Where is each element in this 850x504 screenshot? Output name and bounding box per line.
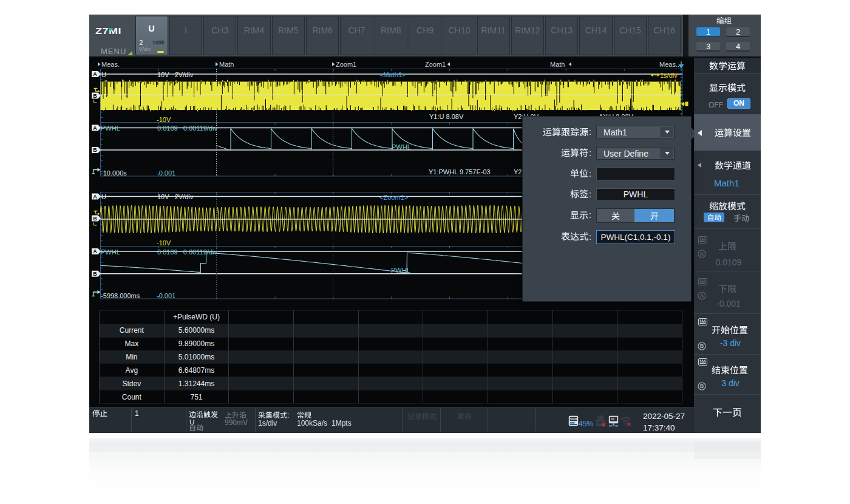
svg-text:A: A (93, 248, 97, 254)
svg-text:A: A (700, 293, 704, 299)
svg-text:Y1:U 8.08V: Y1:U 8.08V (429, 113, 464, 120)
svg-text:U: U (101, 193, 106, 200)
svg-text:A: A (700, 251, 704, 257)
svg-text:B: B (93, 147, 97, 153)
svg-text:Y1:PWHL 9.757E-03: Y1:PWHL 9.757E-03 (429, 168, 491, 175)
svg-text:<Math1>: <Math1> (379, 71, 406, 78)
svg-text:-10V: -10V (157, 116, 171, 123)
svg-text:B: B (93, 271, 97, 277)
svg-text:U: U (101, 71, 106, 78)
svg-text:SSD: SSD (570, 417, 577, 421)
svg-text:-0.001: -0.001 (157, 292, 175, 299)
svg-text:A: A (93, 194, 97, 200)
svg-text:-5998.000ms: -5998.000ms (101, 292, 140, 299)
svg-text:Zoom1: Zoom1 (336, 61, 356, 68)
svg-text:B: B (700, 343, 704, 349)
svg-text:PWHL: PWHL (101, 248, 120, 256)
svg-text:Meas..: Meas.. (659, 61, 679, 68)
svg-text:0.0109 0.00119/div: 0.0109 0.00119/div (157, 248, 217, 256)
svg-text:Math: Math (550, 61, 565, 68)
svg-text:B: B (700, 383, 704, 389)
svg-text:Zoom1: Zoom1 (425, 61, 446, 68)
svg-text:-0.001: -0.001 (157, 169, 175, 177)
svg-text:Math: Math (219, 61, 234, 68)
svg-text:PWHL: PWHL (101, 124, 120, 132)
svg-text:1s/div: 1s/div (660, 72, 678, 79)
svg-text:10V 2V/div: 10V 2V/div (157, 71, 194, 78)
svg-text:Meas.: Meas. (101, 61, 120, 68)
svg-text:-10V: -10V (157, 239, 171, 247)
svg-text:0.0109 0.00119/div: 0.0109 0.00119/div (157, 124, 217, 132)
svg-text:B: B (93, 93, 97, 99)
svg-text:PWHL: PWHL (391, 267, 410, 274)
svg-text:10V 2V/div: 10V 2V/div (157, 193, 194, 200)
svg-text:<Zoom1>: <Zoom1> (379, 194, 408, 201)
svg-text:A: A (93, 71, 97, 77)
svg-text:-10.000s: -10.000s (101, 169, 127, 177)
svg-text:A: A (93, 125, 97, 131)
svg-text:PWHL: PWHL (392, 143, 411, 151)
svg-text:B: B (93, 216, 97, 222)
